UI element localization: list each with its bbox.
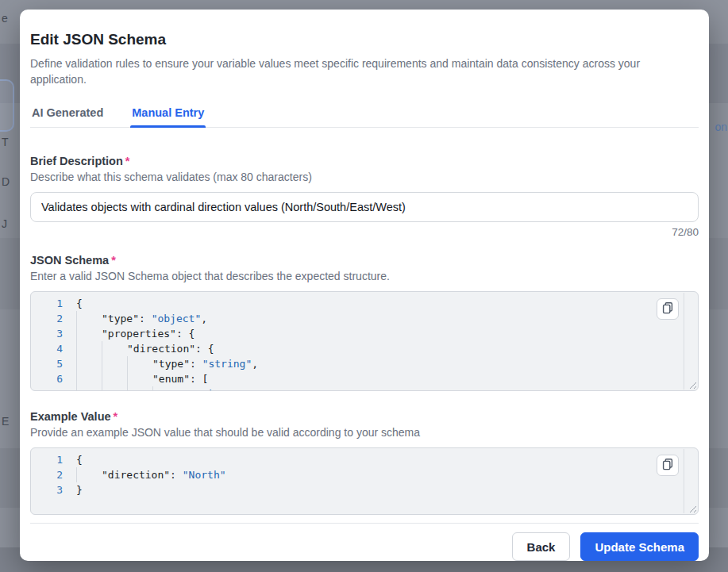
modal-footer: Back Update Schema [30, 523, 699, 561]
backdrop-clipped-link-text: on [715, 121, 727, 133]
json-schema-label: JSON Schema* [30, 252, 699, 268]
json-schema-code: 1{2"type": "object",3"properties": {4"di… [31, 292, 698, 391]
tab-bar: AI Generated Manual Entry [30, 106, 699, 128]
required-asterisk: * [114, 410, 118, 423]
modal-title: Edit JSON Schema [30, 30, 699, 49]
backdrop-clipped-text: T [2, 136, 9, 148]
copy-button[interactable] [657, 298, 679, 320]
example-value-label: Example Value* [30, 409, 699, 424]
backdrop-clipped-text: E [2, 415, 9, 428]
brief-description-section: Brief Description* Describe what this sc… [30, 153, 699, 252]
tab-ai-generated[interactable]: AI Generated [30, 106, 105, 127]
update-schema-button[interactable]: Update Schema [580, 532, 699, 561]
required-asterisk: * [125, 155, 130, 167]
tab-manual-entry[interactable]: Manual Entry [130, 106, 206, 127]
json-schema-label-text: JSON Schema [30, 254, 109, 267]
brief-description-label: Brief Description* [30, 153, 699, 169]
back-button[interactable]: Back [512, 532, 571, 561]
example-value-code: 1{2"direction": "North"3} [31, 448, 698, 497]
json-schema-helper: Enter a valid JSON Schema object that de… [30, 268, 699, 284]
example-value-label-text: Example Value [30, 410, 111, 423]
edit-json-schema-modal: Edit JSON Schema Define validation rules… [20, 10, 709, 561]
required-asterisk: * [111, 254, 116, 267]
backdrop-clipped-text: e [2, 12, 8, 25]
character-count: 72/80 [30, 226, 699, 238]
backdrop-clipped-card [0, 79, 14, 132]
modal-subtitle: Define validation rules to ensure your v… [30, 56, 699, 87]
resize-handle[interactable] [688, 504, 696, 512]
copy-icon [661, 458, 674, 473]
json-schema-editor[interactable]: 1{2"type": "object",3"properties": {4"di… [30, 291, 699, 391]
backdrop-clipped-text: J [2, 217, 7, 230]
editor-scrollbar[interactable] [684, 293, 684, 390]
brief-description-helper: Describe what this schema validates (max… [30, 169, 699, 185]
screen: e T D J E on Edit JSON Schema Define val… [0, 0, 728, 572]
json-schema-section: JSON Schema* Enter a valid JSON Schema o… [30, 252, 699, 409]
example-value-helper: Provide an example JSON value that shoul… [30, 424, 699, 440]
example-value-editor[interactable]: 1{2"direction": "North"3} [30, 447, 699, 515]
copy-icon [661, 301, 674, 317]
example-value-section: Example Value* Provide an example JSON v… [30, 409, 699, 523]
backdrop-clipped-text: D [2, 175, 10, 188]
copy-button[interactable] [657, 455, 679, 476]
brief-description-input[interactable] [30, 192, 699, 222]
editor-scrollbar[interactable] [684, 449, 684, 513]
brief-description-label-text: Brief Description [30, 155, 123, 167]
